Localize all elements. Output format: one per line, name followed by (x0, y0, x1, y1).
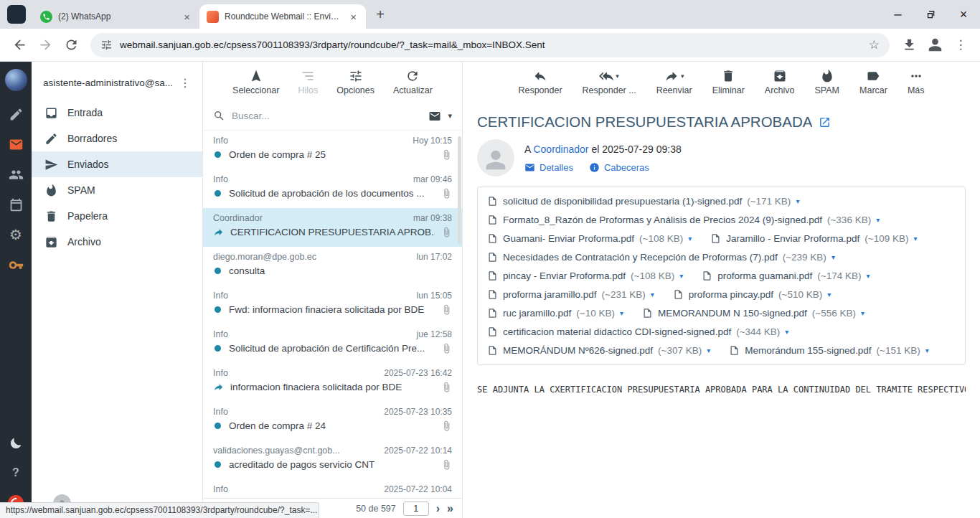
message-row[interactable]: InfoHoy 10:15 Orden de compra # 25 (203, 131, 462, 169)
contacts-nav-icon[interactable] (0, 159, 32, 189)
site-settings-icon[interactable] (100, 39, 113, 51)
attachment-chip[interactable]: Memorándum 155-signed.pdf(~151 KB)▾ (729, 345, 929, 356)
browser-menu-kebab[interactable]: ⋮ (948, 33, 973, 57)
dropdown-caret-icon[interactable]: ▾ (616, 72, 619, 80)
attachment-menu-caret[interactable]: ▾ (876, 216, 880, 224)
tab-roundcube[interactable]: Roundcube Webmail :: Enviado × (199, 4, 366, 29)
attachment-chip[interactable]: pincay - Enviar Proforma.pdf(~108 KB)▾ (487, 270, 683, 281)
tab-close-icon[interactable]: × (348, 11, 359, 23)
spam-button[interactable]: SPAM (809, 69, 846, 95)
attachment-chip[interactable]: proforma jaramillo.pdf(~231 KB)▾ (487, 289, 654, 300)
attachment-chip[interactable]: MEMORANDUM N 150-signed.pdf(~556 KB)▾ (642, 308, 864, 319)
attachment-icon (441, 227, 452, 237)
account-options-kebab[interactable]: ⋮ (174, 76, 197, 90)
message-row[interactable]: Info2025-07-23 16:42 informacion finacie… (203, 363, 462, 402)
next-page-icon[interactable]: › (436, 503, 440, 514)
attachment-chip[interactable]: certificacion material didactico CDI-sig… (487, 326, 788, 337)
back-button[interactable] (7, 33, 32, 57)
attachment-menu-caret[interactable]: ▾ (785, 328, 788, 336)
url-text[interactable]: webmail.sanjuan.gob.ec/cpsess7001108393/… (120, 39, 862, 50)
attachment-chip[interactable]: proforma pincay.pdf(~510 KB)▾ (673, 289, 831, 300)
reply-all-button[interactable]: ▾ Responder ... (577, 69, 642, 95)
more-button[interactable]: Más (902, 69, 930, 95)
attachment-menu-caret[interactable]: ▾ (796, 197, 799, 205)
list-scrollbar[interactable] (458, 136, 461, 244)
dark-mode-icon[interactable] (0, 428, 32, 458)
minimize-button[interactable] (881, 0, 914, 29)
message-row[interactable]: Infojue 12:58 Solicitud de aprobación de… (203, 324, 462, 363)
folder-item-borradores[interactable]: Borradores (32, 126, 202, 151)
attachment-chip[interactable]: proforma guamani.pdf(~174 KB)▾ (702, 270, 870, 281)
new-tab-button[interactable]: + (370, 4, 390, 24)
attachment-chip[interactable]: Guamani- Enviar Proforma.pdf(~108 KB)▾ (487, 233, 692, 244)
tab-whatsapp[interactable]: (2) WhatsApp × (33, 4, 199, 29)
toolbar-select[interactable]: Seleccionar (227, 69, 285, 95)
attachment-chip[interactable]: Formato_8_Razón de Proformas y Análisis … (487, 215, 880, 225)
reload-button[interactable] (59, 33, 83, 57)
last-page-icon[interactable]: » (447, 503, 453, 514)
message-sender: Info (213, 407, 228, 417)
toolbar-refresh[interactable]: Actualizar (387, 69, 438, 95)
folder-item-enviados[interactable]: Enviados (32, 151, 202, 177)
search-scope-mail-icon[interactable] (428, 110, 441, 123)
attachment-chip[interactable]: Jaramillo - Enviar Proforma.pdf(~109 KB)… (710, 233, 917, 244)
attachment-menu-caret[interactable]: ▾ (688, 235, 692, 242)
restore-button[interactable] (914, 0, 947, 29)
archive-button[interactable]: Archivo (759, 69, 801, 95)
details-link[interactable]: Detalles (524, 162, 573, 173)
search-scope-caret-icon[interactable]: ▾ (448, 111, 452, 121)
attachment-menu-caret[interactable]: ▾ (707, 347, 710, 354)
attachment-menu-caret[interactable]: ▾ (867, 272, 870, 280)
toolbar-threads[interactable]: Hilos (292, 69, 324, 95)
address-bar[interactable]: webmail.sanjuan.gob.ec/cpsess7001108393/… (90, 33, 890, 57)
bookmark-star-icon[interactable]: ☆ (869, 37, 880, 52)
page-number-input[interactable] (403, 501, 429, 516)
attachment-menu-caret[interactable]: ▾ (620, 309, 623, 317)
settings-gear-icon[interactable]: ⚙ (0, 220, 32, 250)
attachment-chip[interactable]: MEMORÁNDUM Nº626-signed.pdf(~307 KB)▾ (487, 345, 710, 356)
message-row-selected[interactable]: Coordinadormar 09:38 CERTIFICACION PRESU… (203, 208, 462, 247)
reply-button[interactable]: Responder (512, 69, 567, 95)
folder-item-spam[interactable]: SPAM (32, 177, 202, 203)
message-row[interactable]: Infomar 09:46 Solicitud de aprobación de… (203, 169, 462, 208)
toolbar-options[interactable]: Opciones (331, 69, 380, 95)
attachment-chip[interactable]: ruc jaramillo.pdf(~10 KB)▾ (487, 308, 623, 319)
dropdown-caret-icon[interactable]: ▾ (681, 72, 684, 80)
attachment-menu-caret[interactable]: ▾ (651, 291, 654, 298)
headers-link[interactable]: Cabeceras (589, 162, 649, 173)
attachment-menu-caret[interactable]: ▾ (925, 347, 929, 354)
search-icon[interactable] (213, 110, 225, 122)
attachment-menu-caret[interactable]: ▾ (861, 309, 864, 317)
forward-button[interactable]: ▾ Reenviar (651, 69, 698, 95)
mail-nav-icon[interactable] (0, 129, 32, 159)
attachment-chip[interactable]: Necesidades de Contratación y Recepción … (487, 252, 835, 263)
open-in-new-window-icon[interactable] (819, 116, 831, 128)
message-row[interactable]: diego.moran@dpe.gob.eclun 17:02 consulta (203, 247, 462, 286)
downloads-button[interactable] (897, 33, 921, 57)
attachment-menu-caret[interactable]: ▾ (827, 291, 831, 298)
attachments-box: solicitud de disponibilidad presupuestar… (477, 187, 966, 365)
calendar-nav-icon[interactable] (0, 189, 32, 220)
profile-button[interactable] (923, 33, 947, 57)
tab-close-icon[interactable]: × (182, 11, 192, 23)
browser-toolbar: webmail.sanjuan.gob.ec/cpsess7001108393/… (0, 29, 980, 62)
close-window-button[interactable]: × (947, 0, 980, 29)
password-key-icon[interactable] (0, 250, 32, 280)
forward-button[interactable] (33, 33, 57, 57)
folder-item-archivo[interactable]: Archivo (32, 229, 202, 255)
recipient-link[interactable]: Coordinador (533, 143, 588, 155)
help-icon[interactable]: ? (0, 458, 32, 488)
compose-button[interactable] (0, 99, 32, 129)
attachment-menu-caret[interactable]: ▾ (831, 253, 835, 261)
attachment-menu-caret[interactable]: ▾ (679, 272, 683, 280)
message-row[interactable]: Infolun 15:05 Fwd: informacion finaciera… (203, 286, 462, 324)
search-input[interactable] (232, 110, 422, 121)
mark-button[interactable]: Marcar (854, 69, 893, 95)
folder-label: Entrada (67, 107, 103, 118)
attachment-menu-caret[interactable]: ▾ (914, 235, 918, 242)
folder-item-entrada[interactable]: Entrada (32, 100, 202, 126)
message-row[interactable]: validaciones.guayas@cnt.gob...2025-07-22… (203, 441, 462, 479)
delete-button[interactable]: Eliminar (707, 69, 750, 95)
message-row[interactable]: Info2025-07-23 10:35 Orden de compra # 2… (203, 402, 462, 441)
folder-item-papelera[interactable]: Papelera (32, 203, 202, 229)
